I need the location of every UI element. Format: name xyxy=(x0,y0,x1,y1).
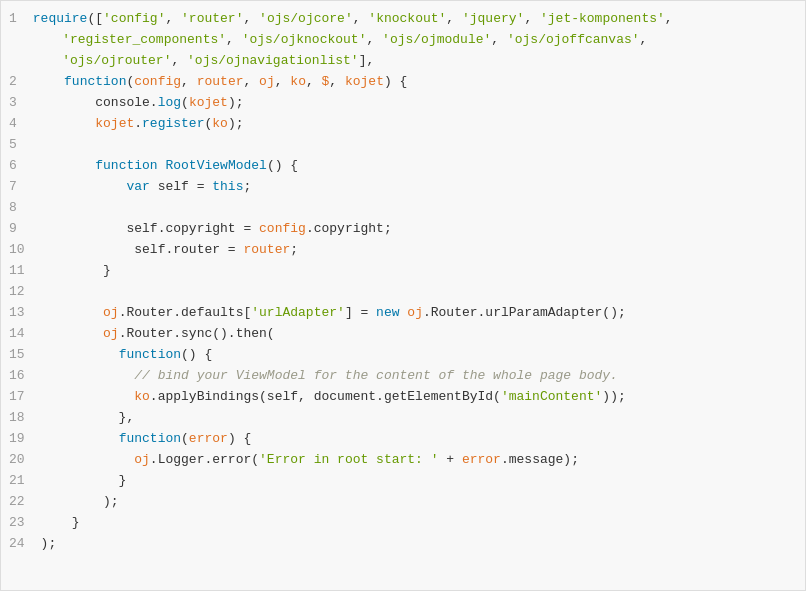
line-content xyxy=(33,198,797,219)
line-number: 12 xyxy=(1,282,41,303)
line-content: self.router = router; xyxy=(41,240,797,261)
line-number: 7 xyxy=(1,177,33,198)
line-content: var self = this; xyxy=(33,177,797,198)
line-number: 4 xyxy=(1,114,33,135)
code-line: 13 oj.Router.defaults['urlAdapter'] = ne… xyxy=(1,303,805,324)
line-content: self.copyright = config.copyright; xyxy=(33,219,797,240)
code-line: 8 xyxy=(1,198,805,219)
line-number: 8 xyxy=(1,198,33,219)
code-line: 'ojs/ojrouter', 'ojs/ojnavigationlist'], xyxy=(1,51,805,72)
line-content: ko.applyBindings(self, document.getEleme… xyxy=(41,387,797,408)
code-line: 5 xyxy=(1,135,805,156)
line-content: function(error) { xyxy=(41,429,797,450)
line-number: 2 xyxy=(1,72,33,93)
code-line: 1 require(['config', 'router', 'ojs/ojco… xyxy=(1,9,805,30)
line-number: 16 xyxy=(1,366,41,387)
code-line: 12 xyxy=(1,282,805,303)
line-number: 19 xyxy=(1,429,41,450)
code-line: 11 } xyxy=(1,261,805,282)
line-content: } xyxy=(41,513,797,534)
code-line: 2 function(config, router, oj, ko, $, ko… xyxy=(1,72,805,93)
line-content: kojet.register(ko); xyxy=(33,114,797,135)
line-number: 3 xyxy=(1,93,33,114)
line-number: 20 xyxy=(1,450,41,471)
line-number: 14 xyxy=(1,324,41,345)
code-line: 17 ko.applyBindings(self, document.getEl… xyxy=(1,387,805,408)
line-content: function RootViewModel() { xyxy=(33,156,797,177)
code-line: 19 function(error) { xyxy=(1,429,805,450)
line-content: console.log(kojet); xyxy=(33,93,797,114)
code-line: 14 oj.Router.sync().then( xyxy=(1,324,805,345)
code-line: 24 ); xyxy=(1,534,805,555)
line-number: 17 xyxy=(1,387,41,408)
line-content xyxy=(41,282,797,303)
line-number: 15 xyxy=(1,345,41,366)
code-line: 16 // bind your ViewModel for the conten… xyxy=(1,366,805,387)
line-content: } xyxy=(41,261,797,282)
line-content: }, xyxy=(41,408,797,429)
line-number: 6 xyxy=(1,156,33,177)
line-content: require(['config', 'router', 'ojs/ojcore… xyxy=(33,9,797,30)
line-content: 'ojs/ojrouter', 'ojs/ojnavigationlist'], xyxy=(31,51,797,72)
code-line: 'register_components', 'ojs/ojknockout',… xyxy=(1,30,805,51)
code-editor: 1 require(['config', 'router', 'ojs/ojco… xyxy=(0,0,806,591)
line-number: 22 xyxy=(1,492,41,513)
code-line: 20 oj.Logger.error('Error in root start:… xyxy=(1,450,805,471)
code-line: 10 self.router = router; xyxy=(1,240,805,261)
code-line: 6 function RootViewModel() { xyxy=(1,156,805,177)
line-content: 'register_components', 'ojs/ojknockout',… xyxy=(31,30,797,51)
line-number: 10 xyxy=(1,240,41,261)
line-number: 18 xyxy=(1,408,41,429)
line-content: ); xyxy=(41,534,797,555)
line-content: // bind your ViewModel for the content o… xyxy=(41,366,797,387)
line-content xyxy=(33,135,797,156)
line-content: oj.Logger.error('Error in root start: ' … xyxy=(41,450,797,471)
code-line: 21 } xyxy=(1,471,805,492)
line-number: 5 xyxy=(1,135,33,156)
line-content: } xyxy=(41,471,797,492)
line-content: function(config, router, oj, ko, $, koje… xyxy=(33,72,797,93)
line-content: oj.Router.sync().then( xyxy=(41,324,797,345)
code-line: 18 }, xyxy=(1,408,805,429)
line-number: 24 xyxy=(1,534,41,555)
line-content: ); xyxy=(41,492,797,513)
line-number: 13 xyxy=(1,303,41,324)
line-number: 23 xyxy=(1,513,41,534)
code-line: 7 var self = this; xyxy=(1,177,805,198)
code-line: 15 function() { xyxy=(1,345,805,366)
line-number: 21 xyxy=(1,471,41,492)
line-content: oj.Router.defaults['urlAdapter'] = new o… xyxy=(41,303,797,324)
code-line: 23 } xyxy=(1,513,805,534)
code-line: 9 self.copyright = config.copyright; xyxy=(1,219,805,240)
line-number: 11 xyxy=(1,261,41,282)
line-number: 9 xyxy=(1,219,33,240)
line-number: 1 xyxy=(1,9,33,30)
line-content: function() { xyxy=(41,345,797,366)
code-line: 22 ); xyxy=(1,492,805,513)
code-line: 4 kojet.register(ko); xyxy=(1,114,805,135)
code-line: 3 console.log(kojet); xyxy=(1,93,805,114)
